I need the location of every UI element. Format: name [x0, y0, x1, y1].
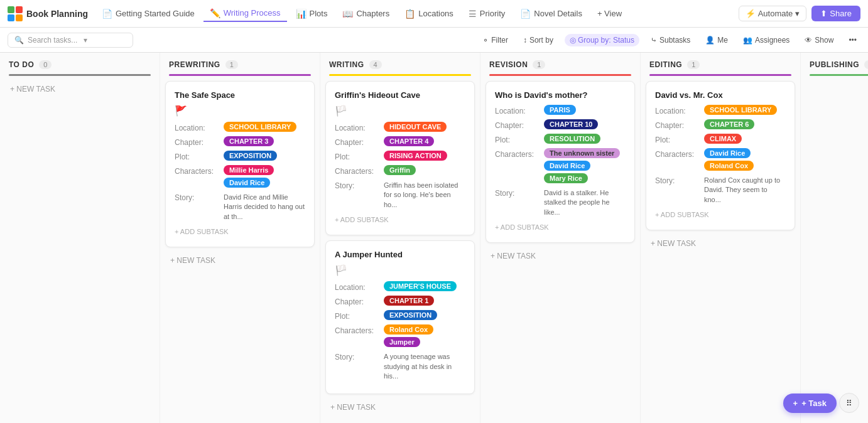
show-icon: 👁 — [805, 36, 812, 45]
me-button[interactable]: 👤 Me — [702, 34, 732, 46]
card-story: Roland Cox caught up to David. They seem… — [704, 176, 786, 205]
tab-chapters[interactable]: 📖 Chapters — [336, 6, 396, 21]
column-publishing: PUBLISHING 0 — [801, 53, 868, 423]
fab-options-button[interactable]: ⠿ — [839, 393, 859, 413]
field-label: Story: — [495, 187, 539, 198]
tab-plots[interactable]: 📊 Plots — [290, 6, 334, 21]
card-story: A young teenage was studying at his desk… — [384, 352, 465, 381]
tag[interactable]: RESOLUTION — [544, 134, 600, 144]
field-label: Characters: — [335, 165, 379, 176]
tag[interactable]: CHAPTER 4 — [384, 136, 434, 146]
column-title-prewriting: PREWRITING — [169, 60, 220, 69]
tag[interactable]: JUMPER'S HOUSE — [384, 281, 457, 291]
card-field: Chapter: CHAPTER 6 — [655, 119, 786, 130]
field-value: A young teenage was studying at his desk… — [384, 351, 465, 381]
automate-button[interactable]: ⚡ Automate ▾ — [739, 6, 807, 21]
new-task-button[interactable]: + NEW TASK — [325, 399, 475, 415]
tag[interactable]: CLIMAX — [704, 134, 742, 144]
add-subtask-button[interactable]: + ADD SUBTASK — [175, 225, 305, 238]
new-task-button[interactable]: + NEW TASK — [646, 235, 795, 252]
subtasks-icon: ⤷ — [651, 36, 657, 45]
column-revision: REVISION 1 Who is David's mother? Locati… — [480, 53, 641, 423]
field-value: CHAPTER 1 — [384, 296, 434, 306]
add-subtask-button[interactable]: + ADD SUBTASK — [495, 221, 626, 233]
app-logo[interactable]: Book Planning — [8, 6, 88, 21]
novel-icon: 📄 — [520, 9, 531, 19]
add-subtask-button[interactable]: + ADD SUBTASK — [335, 213, 465, 226]
card-field: Story: A young teenage was studying at h… — [335, 351, 465, 381]
card-field: Location: HIDEOUT CAVE — [335, 122, 465, 132]
plots-icon: 📊 — [296, 9, 307, 19]
field-label: Plot: — [495, 134, 539, 144]
new-task-button[interactable]: + NEW TASK — [165, 252, 315, 269]
tag[interactable]: EXPOSITION — [224, 151, 277, 161]
tag[interactable]: Jumper — [384, 337, 420, 347]
new-task-button[interactable]: + NEW TASK — [5, 81, 155, 97]
field-label: Location: — [495, 105, 539, 115]
field-value: CHAPTER 10 — [544, 119, 598, 129]
tag[interactable]: Roland Cox — [704, 161, 754, 171]
search-input[interactable]: 🔍 Search tasks... ▾ — [8, 33, 133, 48]
filter-button[interactable]: ⚬ Filter — [479, 34, 512, 46]
subtasks-button[interactable]: ⤷ Subtasks — [647, 34, 694, 46]
field-label: Chapter: — [495, 119, 539, 130]
card-field: Location: SCHOOL LIBRARY — [175, 122, 305, 132]
field-value: Millie HarrisDavid Rice — [224, 165, 305, 188]
sort-button[interactable]: ↕ Sort by — [519, 34, 557, 46]
ellipsis-icon: ••• — [849, 36, 857, 45]
tag[interactable]: David Rice — [224, 178, 270, 188]
tag[interactable]: SCHOOL LIBRARY — [704, 105, 777, 115]
person-icon: 👤 — [705, 36, 715, 45]
field-value: Roland CoxJumper — [384, 324, 465, 347]
new-task-button[interactable]: + NEW TASK — [486, 248, 635, 264]
app-name: Book Planning — [26, 9, 88, 19]
assignees-button[interactable]: 👥 Assignees — [739, 34, 793, 46]
card-field: Plot: RISING ACTION — [335, 151, 465, 161]
tag[interactable]: David Rice — [704, 148, 751, 158]
writing-icon: ✏️ — [210, 8, 220, 18]
card-jumper-hunted: A Jumper Hunted🏳️ Location: JUMPER'S HOU… — [325, 240, 475, 394]
share-button[interactable]: ⬆ Share — [811, 6, 860, 21]
assignees-icon: 👥 — [743, 36, 752, 45]
group-by-button[interactable]: ◎ Group by: Status — [565, 34, 639, 46]
tag[interactable]: Mary Rice — [544, 173, 588, 183]
tab-priority[interactable]: ☰ Priority — [462, 6, 511, 21]
tag[interactable]: EXPOSITION — [384, 310, 437, 320]
tab-novel-details[interactable]: 📄 Novel Details — [514, 6, 589, 21]
card-field: Characters: Griffin — [335, 165, 465, 176]
tag[interactable]: SCHOOL LIBRARY — [224, 122, 296, 132]
field-label: Story: — [655, 174, 699, 185]
card-field: Plot: RESOLUTION — [495, 134, 626, 144]
tag[interactable]: David Rice — [544, 161, 590, 171]
search-icon: 🔍 — [14, 36, 24, 45]
tag[interactable]: CHAPTER 10 — [544, 119, 598, 129]
tab-writing-process[interactable]: ✏️ Writing Process — [203, 6, 287, 22]
tag[interactable]: CHAPTER 6 — [704, 119, 754, 129]
tag[interactable]: HIDEOUT CAVE — [384, 122, 447, 132]
tag[interactable]: Roland Cox — [384, 324, 433, 335]
locations-icon: 📋 — [404, 9, 415, 19]
column-count-editing: 1 — [687, 60, 700, 69]
tab-locations[interactable]: 📋 Locations — [398, 6, 460, 21]
view-btn[interactable]: + View — [591, 6, 628, 21]
tag[interactable]: CHAPTER 3 — [224, 136, 274, 146]
field-value: David Rice and Millie Harris decided to … — [224, 191, 305, 222]
tag[interactable]: Griffin — [384, 165, 416, 175]
chevron-down-icon: ▾ — [84, 36, 87, 45]
tag[interactable]: Millie Harris — [224, 165, 274, 175]
tag[interactable]: PARIS — [544, 105, 576, 115]
column-header-writing: WRITING 4 — [320, 53, 480, 74]
column-editing: EDITING 1 David vs. Mr. Cox Location: SC… — [641, 53, 801, 423]
more-options-button[interactable]: ••• — [845, 34, 860, 46]
add-task-fab[interactable]: + + Task — [783, 394, 837, 413]
tag[interactable]: The unknown sister — [544, 148, 620, 158]
card-field: Location: PARIS — [495, 105, 626, 115]
add-subtask-button[interactable]: + ADD SUBTASK — [655, 208, 786, 221]
filter-icon: ⚬ — [482, 36, 489, 45]
tag[interactable]: CHAPTER 1 — [384, 296, 434, 306]
field-label: Plot: — [335, 310, 379, 321]
tab-getting-started[interactable]: 📄 Getting Started Guide — [95, 6, 201, 21]
tag[interactable]: RISING ACTION — [384, 151, 447, 161]
card-griffins-hideout: Griffin's Hideout Cave🏳️ Location: HIDEO… — [325, 81, 475, 235]
show-button[interactable]: 👁 Show — [801, 34, 837, 46]
